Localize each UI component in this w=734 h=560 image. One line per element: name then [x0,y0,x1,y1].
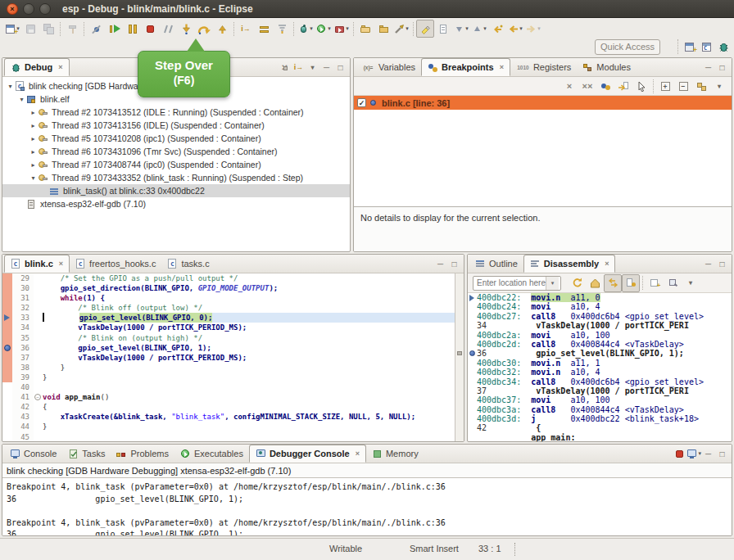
maximize-button[interactable]: □ [715,446,729,461]
tab-disassembly[interactable]: Disassembly× [523,255,616,273]
annotation-ruler[interactable] [2,382,12,392]
minimize-button[interactable]: ─ [433,256,447,271]
annotation-ruler[interactable] [2,273,12,283]
code-line[interactable]: 45 [2,432,455,442]
line-number[interactable]: 41 [12,392,34,402]
goto-file-button[interactable] [614,77,632,95]
location-combo[interactable]: ▾ [473,276,561,291]
tree-twisty-icon[interactable]: ▸ [29,122,38,129]
tree-twisty-icon[interactable]: ▾ [17,96,26,103]
line-number[interactable]: 31 [12,293,34,303]
disasm-ruler[interactable] [468,359,477,368]
disassembly-line[interactable]: app_main: [468,433,732,441]
disassembly-line[interactable]: 400dbc22: movi.n a11, 0 [468,293,732,302]
annotation-ruler[interactable] [2,333,12,343]
close-tab-icon[interactable]: × [356,449,360,458]
line-number[interactable]: 38 [12,363,34,373]
external-tools-button[interactable]: ▾ [333,20,351,38]
view-menu-button[interactable]: ▾ [682,274,700,292]
disassembly-line[interactable]: 400dbc30: movi.n a11, 1 [468,359,732,368]
refresh-button[interactable] [568,274,586,292]
back-button[interactable]: ▾ [506,20,524,38]
disassembly-line[interactable]: 400dbc3a: call8 0x400844c4 <vTaskDelay> [468,405,732,414]
tree-twisty-icon[interactable]: ▸ [29,161,38,169]
instruction-stepping-button[interactable]: i→ [292,60,306,75]
close-tab-icon[interactable]: × [500,63,504,71]
terminate-button[interactable] [141,20,159,38]
folder-button[interactable] [374,20,392,38]
save-all-button[interactable] [39,20,57,38]
minimize-button[interactable]: ─ [701,446,715,461]
quick-access-box[interactable]: Quick Access [595,39,660,55]
code-line[interactable]: 38 } [2,363,455,373]
disasm-ruler[interactable] [468,423,477,432]
tab-console[interactable]: Console [4,445,62,463]
line-number[interactable]: 39 [12,373,34,382]
debug-tree-row[interactable]: ▸Thread #3 1073413156 (IDLE) (Suspended … [2,119,350,132]
tab-executables[interactable]: Executables [174,445,249,463]
dropdown-arrow-icon[interactable]: ▾ [346,25,349,32]
line-number[interactable]: 33 [12,313,34,323]
maximize-button[interactable]: □ [333,60,347,75]
sync-button[interactable] [604,274,622,292]
minimize-button[interactable]: ─ [319,60,333,75]
step-filters-button[interactable] [273,20,291,38]
mark-occurrences-button[interactable] [416,20,434,38]
display-console-button[interactable]: ▾ [686,446,701,461]
disconnect-button[interactable] [159,20,177,38]
annotation-ruler[interactable] [2,313,12,323]
disasm-ruler[interactable] [468,433,477,441]
expand-all-button[interactable]: + [656,77,674,95]
line-number[interactable]: 44 [12,422,34,431]
debug-tree-row[interactable]: ▾Thread #9 1073433352 (blink_task : Runn… [2,171,350,184]
tree-twisty-icon[interactable]: ▸ [29,148,38,156]
disasm-ruler[interactable] [468,395,477,404]
disasm-ruler[interactable] [468,405,477,414]
code-editor[interactable]: 29 /* Set the GPIO as a push/pull output… [2,273,455,441]
code-line[interactable]: 33 gpio_set_level(BLINK_GPIO, 0); [2,313,455,323]
line-number[interactable]: 32 [12,303,34,313]
disassembly-line[interactable]: 400dbc32: movi.n a10, 4 [468,368,732,377]
home-button[interactable] [586,274,604,292]
code-line[interactable]: 31 while(1) { [2,293,455,303]
disasm-ruler[interactable] [468,377,477,386]
dropdown-arrow-icon[interactable]: ▾ [483,25,487,32]
dropdown-arrow-icon[interactable]: ▾ [537,25,541,32]
annotation-ruler[interactable] [2,343,12,353]
code-line[interactable]: 37 vTaskDelay(1000 / portTICK_PERIOD_MS)… [2,353,455,363]
step-into-button[interactable] [177,20,195,38]
tree-twisty-icon[interactable]: ▾ [29,174,38,182]
debug-tree-row[interactable]: ▸Thread #5 1073410208 (ipc1) (Suspended … [2,132,350,145]
line-number[interactable]: 30 [12,283,34,293]
step-return-button[interactable] [213,20,231,38]
disasm-ruler[interactable] [468,368,477,377]
overview-ruler[interactable] [455,273,464,441]
cpp-perspective-button[interactable]: C [700,39,714,54]
terminate-button[interactable] [673,446,686,461]
debug-tree-row[interactable]: ▸Thread #6 1073431096 (Tmr Svc) (Suspend… [2,145,350,158]
disassembly-line[interactable]: 400dbc2d: call8 0x400844c4 <vTaskDelay> [468,340,732,349]
tree-twisty-icon[interactable]: ▾ [6,83,15,90]
code-line[interactable]: 36 gpio_set_level(BLINK_GPIO, 1); [2,343,455,353]
window-minimize-icon[interactable] [23,3,34,15]
pin-button[interactable] [664,274,682,292]
disasm-ruler[interactable] [468,340,477,349]
annotation-ruler[interactable] [2,422,12,431]
new-wizard-button[interactable]: +▾ [3,20,21,38]
annotation-ruler[interactable] [2,303,12,313]
step-over-button[interactable] [195,20,213,38]
location-input[interactable] [473,278,546,287]
line-number[interactable]: 42 [12,402,34,412]
line-number[interactable]: 43 [12,412,34,422]
debug-dropdown-button[interactable]: ▾ [297,20,315,38]
code-line[interactable]: 32 /* Blink off (output low) */ [2,303,455,313]
show-source-button[interactable] [622,274,640,292]
prev-annotation-button[interactable]: ▾ [470,20,488,38]
tab-outline[interactable]: Outline [469,255,523,273]
dropdown-arrow-icon[interactable]: ▾ [310,25,313,32]
tab-registers[interactable]: 1010Registers [510,58,577,76]
remove-terminated-button[interactable]: ✕ [278,60,292,75]
disasm-ruler[interactable] [468,386,477,395]
tab-memory[interactable]: Memory [366,445,424,463]
debug-tree-row[interactable]: xtensa-esp32-elf-gdb (7.10) [2,197,350,210]
